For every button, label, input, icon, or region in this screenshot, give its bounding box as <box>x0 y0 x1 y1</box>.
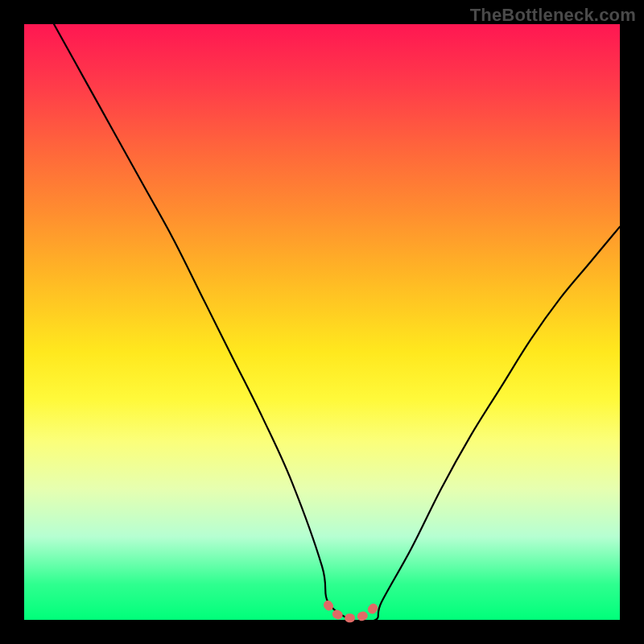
watermark-text: TheBottleneck.com <box>470 5 636 26</box>
bottleneck-curve <box>54 24 620 622</box>
plot-area <box>24 24 620 620</box>
curve-layer <box>24 24 620 620</box>
chart-frame: TheBottleneck.com <box>0 0 644 644</box>
optimal-marker <box>328 605 375 618</box>
